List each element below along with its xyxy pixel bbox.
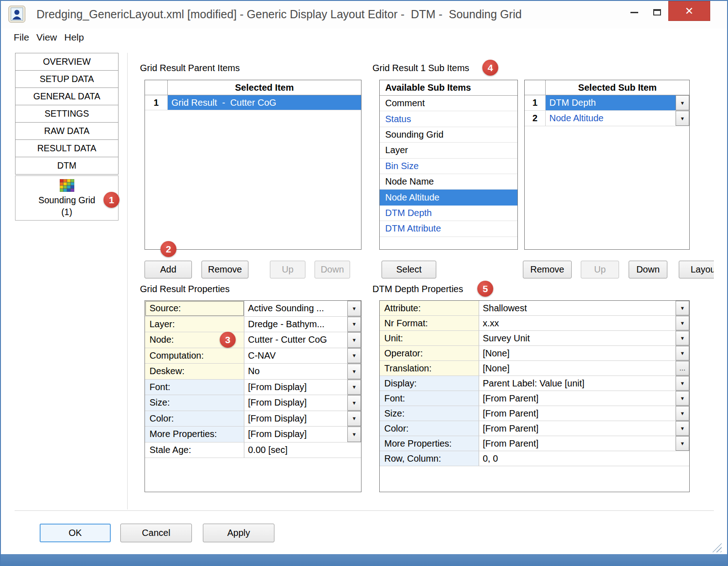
step-badge-2: 2	[160, 241, 176, 257]
attribute-dropdown[interactable]: Shallowest	[479, 301, 689, 315]
selected-subitem-row-1[interactable]: 1 DTM Depth	[525, 95, 689, 111]
menu-item-help[interactable]: Help	[61, 30, 88, 45]
font-dropdown[interactable]: [From Display]	[244, 380, 361, 395]
chevron-down-icon[interactable]	[347, 411, 361, 427]
subitem-remove-button[interactable]: Remove	[523, 261, 572, 278]
close-button[interactable]: ✕	[668, 1, 710, 21]
subitem-down-button[interactable]: Down	[629, 261, 667, 278]
up-button[interactable]: Up	[270, 261, 305, 278]
step-badge-1: 1	[103, 192, 119, 208]
available-item-status[interactable]: Status	[380, 111, 517, 127]
available-item-sounding-grid[interactable]: Sounding Grid	[380, 127, 517, 143]
available-item-bin-size[interactable]: Bin Size	[380, 159, 517, 174]
dtm-color-dropdown[interactable]: [From Parent]	[479, 421, 689, 436]
nr-format-dropdown[interactable]: x.xx	[479, 316, 689, 330]
cancel-button[interactable]: Cancel	[120, 524, 192, 542]
title-bar[interactable]: Dredging_GenericLayout.xml [modified] - …	[1, 1, 727, 28]
subitem-up-button[interactable]: Up	[581, 261, 619, 278]
source-dropdown[interactable]: Active Sounding ...	[244, 301, 361, 316]
available-item-dtm-depth[interactable]: DTM Depth	[380, 206, 517, 221]
subitem-value-dtm-depth[interactable]: DTM Depth	[546, 95, 676, 110]
chevron-down-icon[interactable]	[676, 436, 689, 451]
chevron-down-icon[interactable]	[347, 380, 361, 395]
parent-item-value[interactable]: Grid Result - Cutter CoG	[168, 95, 361, 110]
size-dropdown[interactable]: [From Display]	[244, 395, 361, 411]
sidebar-item-result-data[interactable]: RESULT DATA	[15, 139, 119, 157]
parent-item-row[interactable]: 1 Grid Result - Cutter CoG	[145, 95, 361, 110]
selected-subitem-row-2[interactable]: 2 Node Altitude	[525, 111, 689, 126]
chevron-down-icon[interactable]	[347, 395, 361, 411]
dtm-size-dropdown[interactable]: [From Parent]	[479, 406, 689, 421]
prop-label-computation: Computation:	[145, 348, 244, 364]
prop-row-display: Display: Parent Label: Value [unit]	[380, 376, 689, 391]
deskew-dropdown[interactable]: No	[244, 364, 361, 379]
menu-item-file[interactable]: File	[10, 30, 33, 45]
dtm-more-properties-dropdown[interactable]: [From Parent]	[479, 436, 689, 451]
row-column-value[interactable]: 0, 0	[479, 451, 689, 466]
layout-button[interactable]: Layout	[679, 261, 714, 278]
down-button[interactable]: Down	[315, 261, 350, 278]
sidebar-item-dtm[interactable]: DTM	[15, 157, 119, 175]
selected-item-column-header: Selected Item	[168, 80, 361, 95]
prop-label-deskew: Deskew:	[145, 364, 244, 379]
select-button[interactable]: Select	[382, 261, 436, 278]
chevron-down-icon[interactable]	[347, 348, 361, 364]
color-dropdown[interactable]: [From Display]	[244, 411, 361, 427]
dtm-font-dropdown[interactable]: [From Parent]	[479, 391, 689, 406]
translation-field[interactable]: [None] ...	[479, 361, 689, 376]
apply-button[interactable]: Apply	[203, 524, 274, 542]
chevron-down-icon[interactable]	[676, 376, 689, 391]
more-properties-dropdown[interactable]: [From Display]	[244, 427, 361, 442]
chevron-down-icon[interactable]	[676, 331, 689, 345]
minimize-button[interactable]	[624, 5, 645, 20]
computation-dropdown[interactable]: C-NAV	[244, 348, 361, 364]
sidebar-item-overview[interactable]: OVERVIEW	[15, 53, 119, 71]
prop-label-unit: Unit:	[380, 331, 479, 345]
chevron-down-icon[interactable]	[676, 316, 689, 330]
available-item-layer[interactable]: Layer	[380, 143, 517, 158]
chevron-down-icon[interactable]	[676, 391, 689, 406]
available-item-node-altitude[interactable]: Node Altitude	[380, 190, 517, 205]
chevron-down-icon[interactable]	[676, 346, 689, 360]
chevron-down-icon[interactable]	[676, 95, 689, 110]
chevron-down-icon[interactable]	[347, 332, 361, 348]
available-item-node-name[interactable]: Node Name	[380, 174, 517, 190]
sidebar-item-general-data[interactable]: GENERAL DATA	[15, 87, 119, 105]
stale-age-value[interactable]: 0.00 [sec]	[244, 443, 361, 458]
menu-item-view[interactable]: View	[33, 30, 61, 45]
operator-dropdown[interactable]: [None]	[479, 346, 689, 360]
chevron-down-icon[interactable]	[676, 111, 689, 126]
node-dropdown[interactable]: Cutter - Cutter CoG	[244, 332, 361, 348]
sidebar-item-settings[interactable]: SETTINGS	[15, 105, 119, 123]
display-dropdown[interactable]: Parent Label: Value [unit]	[479, 376, 689, 391]
resize-grip[interactable]	[710, 540, 722, 552]
chevron-down-icon[interactable]	[347, 427, 361, 442]
layer-dropdown[interactable]: Dredge - Bathym...	[244, 317, 361, 332]
parent-items-section-title: Grid Result Parent Items	[140, 63, 240, 73]
row-number: 2	[525, 111, 546, 126]
maximize-button[interactable]	[646, 5, 667, 20]
remove-button[interactable]: Remove	[201, 261, 248, 278]
prop-label-dtm-font: Font:	[380, 391, 479, 406]
available-item-comment[interactable]: Comment	[380, 96, 517, 111]
unit-dropdown[interactable]: Survey Unit	[479, 331, 689, 345]
chevron-down-icon[interactable]	[347, 301, 361, 316]
window-title: Dredging_GenericLayout.xml [modified] - …	[36, 8, 521, 21]
selected-subitems-table: Selected Sub Item 1 DTM Depth 2 Node Alt…	[524, 80, 690, 250]
prop-label-source: Source:	[145, 301, 244, 316]
prop-row-source: Source: Active Sounding ...	[145, 301, 361, 317]
prop-label-size: Size:	[145, 395, 244, 411]
chevron-down-icon[interactable]	[347, 364, 361, 379]
sidebar-item-setup-data[interactable]: SETUP DATA	[15, 70, 119, 88]
ok-button[interactable]: OK	[40, 524, 111, 542]
chevron-down-icon[interactable]	[676, 421, 689, 436]
subitem-value-node-altitude[interactable]: Node Altitude	[546, 111, 676, 126]
add-button[interactable]: Add	[145, 261, 192, 278]
translation-ellipsis-button[interactable]: ...	[676, 361, 689, 376]
available-item-dtm-attribute[interactable]: DTM Attribute	[380, 221, 517, 237]
chevron-down-icon[interactable]	[676, 301, 689, 315]
chevron-down-icon[interactable]	[676, 406, 689, 421]
chevron-down-icon[interactable]	[347, 317, 361, 332]
sidebar-item-raw-data[interactable]: RAW DATA	[15, 122, 119, 140]
sounding-grid-tile[interactable]: Sounding Grid (1)	[15, 175, 119, 221]
